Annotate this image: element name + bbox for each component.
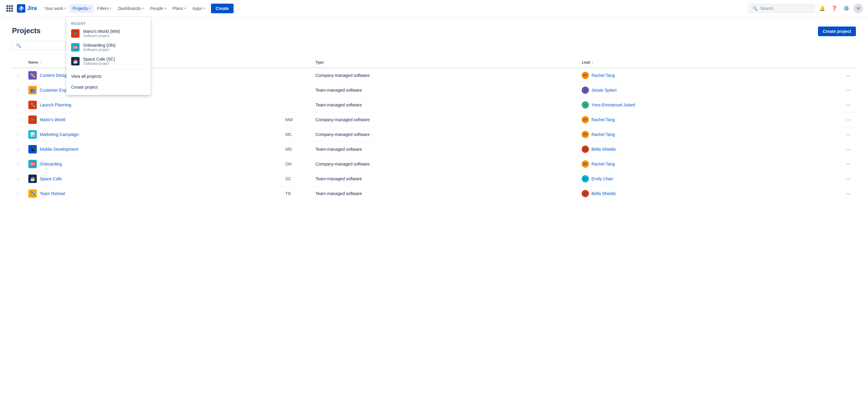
create-project-link[interactable]: Create project <box>66 82 151 93</box>
project-search-box[interactable]: 🔍 <box>12 41 72 50</box>
grid-icon <box>6 5 13 12</box>
nav-your-work-chevron-icon: ▾ <box>64 7 66 10</box>
view-all-projects-link[interactable]: View all projects <box>66 71 151 82</box>
lead-link-cd[interactable]: Rachel Tang <box>591 73 615 78</box>
col-lead[interactable]: Lead ↕ <box>578 57 841 68</box>
nav-plans-chevron-icon: ▾ <box>184 7 186 10</box>
star-cell-mc: ☆ <box>12 127 25 142</box>
lead-link-mw[interactable]: Rachel Tang <box>591 117 615 122</box>
dropdown-item-marios-world[interactable]: 🎮 Mario's World (MW) Software project <box>66 27 151 40</box>
project-link-on[interactable]: Onboarding <box>40 162 62 166</box>
lead-link-lp[interactable]: Yves-Emmanuel Jutard <box>591 102 635 107</box>
dropdown-item-onboarding[interactable]: 🆘 Onboarding (ON) Software project <box>66 40 151 54</box>
project-icon-md: 📱 <box>28 145 37 153</box>
project-link-lp[interactable]: Launch Planning <box>40 102 71 107</box>
project-link-sc[interactable]: Space Cafe <box>40 176 62 181</box>
nav-people-chevron-icon: ▾ <box>164 7 166 10</box>
star-button-sc[interactable]: ☆ <box>16 176 21 182</box>
project-link-mw[interactable]: Mario's World <box>40 117 65 122</box>
lead-link-mc[interactable]: Rachel Tang <box>591 132 615 137</box>
dropdown-item-sub-on: Software project <box>83 48 116 52</box>
dropdown-item-sub-mw: Software project <box>83 34 120 38</box>
lead-avatar-lp: YJ <box>582 101 589 108</box>
project-link-mc[interactable]: Marketing Campaign <box>40 132 79 137</box>
nav-plans-label: Plans <box>173 6 183 11</box>
search-box[interactable]: 🔍 Search <box>749 4 815 13</box>
lead-avatar-cd: RT <box>582 72 589 79</box>
type-cell-lp: Team-managed software <box>312 98 578 113</box>
lead-link-on[interactable]: Rachel Tang <box>591 162 615 166</box>
star-button-mw[interactable]: ☆ <box>16 116 21 123</box>
settings-button[interactable]: ⚙️ <box>841 4 851 13</box>
more-button-ce[interactable]: ··· <box>844 87 852 94</box>
project-icon-ce: 👥 <box>28 86 37 94</box>
more-button-md[interactable]: ··· <box>844 146 852 153</box>
name-cell-sc: ☕ Space Cafe <box>25 171 282 186</box>
name-cell-mw: 🎮 Mario's World <box>25 113 282 127</box>
lead-link-sc[interactable]: Emily Chan <box>591 176 613 181</box>
create-project-button[interactable]: Create project <box>818 27 856 36</box>
star-button-tr[interactable]: ☆ <box>16 190 21 197</box>
more-cell-lp: ··· <box>841 98 856 113</box>
project-link-cd[interactable]: Content Design <box>40 73 69 78</box>
dropdown-item-name-on: Onboarding (ON) <box>83 43 116 48</box>
more-button-on[interactable]: ··· <box>844 160 852 168</box>
more-cell-cd: ··· <box>841 68 856 83</box>
table-row: ☆ 🎮 Mario's World MW Company-managed sof… <box>12 113 856 127</box>
nav-projects[interactable]: Projects ▾ <box>70 4 94 13</box>
create-button[interactable]: Create <box>211 4 234 13</box>
name-cell-md: 📱 Mobile Development <box>25 142 282 157</box>
dropdown-item-space-cafe[interactable]: ☕ Space Cafe (SC) Software project <box>66 54 151 68</box>
lead-avatar-mw: RT <box>582 116 589 123</box>
nav-filters[interactable]: Filters ▾ <box>94 4 114 13</box>
nav-projects-chevron-icon: ▾ <box>89 7 90 10</box>
project-search-input[interactable] <box>24 43 68 48</box>
type-cell-mw: Company-managed software <box>312 113 578 127</box>
more-button-mw[interactable]: ··· <box>844 116 852 124</box>
project-search-icon: 🔍 <box>16 43 21 48</box>
more-button-sc[interactable]: ··· <box>844 175 852 183</box>
more-button-tr[interactable]: ··· <box>844 190 852 197</box>
star-button-md[interactable]: ☆ <box>16 146 21 153</box>
nav-your-work[interactable]: Your work ▾ <box>41 4 69 13</box>
more-button-cd[interactable]: ··· <box>844 72 852 79</box>
more-button-mc[interactable]: ··· <box>844 131 852 138</box>
lead-cell-cd: RT Rachel Tang <box>578 68 841 83</box>
dropdown-item-icon-mw: 🎮 <box>71 29 80 38</box>
apps-grid-button[interactable] <box>5 4 14 13</box>
notifications-button[interactable]: 🔔 <box>817 4 827 13</box>
col-key <box>282 57 312 68</box>
project-link-md[interactable]: Mobile Development <box>40 147 79 152</box>
key-cell-ce <box>282 83 312 98</box>
name-cell-cd: ✏️ Content Design <box>25 68 282 83</box>
name-cell-ce: 👥 Customer Experience <box>25 83 282 98</box>
star-button-mc[interactable]: ☆ <box>16 131 21 138</box>
nav-plans[interactable]: Plans ▾ <box>170 4 189 13</box>
project-icon-mw: 🎮 <box>28 116 37 124</box>
lead-link-md[interactable]: Bella Shields <box>591 147 616 152</box>
user-avatar[interactable]: U <box>854 4 863 13</box>
type-cell-ce: Team-managed software <box>312 83 578 98</box>
help-button[interactable]: ❓ <box>830 4 839 13</box>
project-link-tr[interactable]: Team Retreat <box>40 191 65 196</box>
nav-people[interactable]: People ▾ <box>147 4 169 13</box>
star-button-ce[interactable]: ☆ <box>16 87 21 94</box>
nav-filters-chevron-icon: ▾ <box>110 7 111 10</box>
col-type[interactable]: Type <box>312 57 578 68</box>
col-name[interactable]: Name ↑ <box>25 57 282 68</box>
jira-logo[interactable]: Jira <box>17 4 37 13</box>
lead-cell-sc: EC Emily Chan <box>578 171 841 186</box>
nav-dashboards[interactable]: Dashboards ▾ <box>115 4 147 13</box>
lead-link-ce[interactable]: Jessie Spiteri <box>591 88 616 93</box>
star-button-on[interactable]: ☆ <box>16 161 21 168</box>
lead-cell-ce: JS Jessie Spiteri <box>578 83 841 98</box>
nav-apps[interactable]: Apps ▾ <box>190 4 208 13</box>
more-button-lp[interactable]: ··· <box>844 101 852 109</box>
nav-projects-label: Projects <box>73 6 88 11</box>
lead-link-tr[interactable]: Bella Shields <box>591 191 616 196</box>
name-cell-on: 🆘 Onboarding <box>25 157 282 171</box>
star-button-cd[interactable]: ☆ <box>16 72 21 79</box>
star-button-lp[interactable]: ☆ <box>16 102 21 108</box>
more-cell-sc: ··· <box>841 171 856 186</box>
lead-cell-lp: YJ Yves-Emmanuel Jutard <box>578 98 841 113</box>
